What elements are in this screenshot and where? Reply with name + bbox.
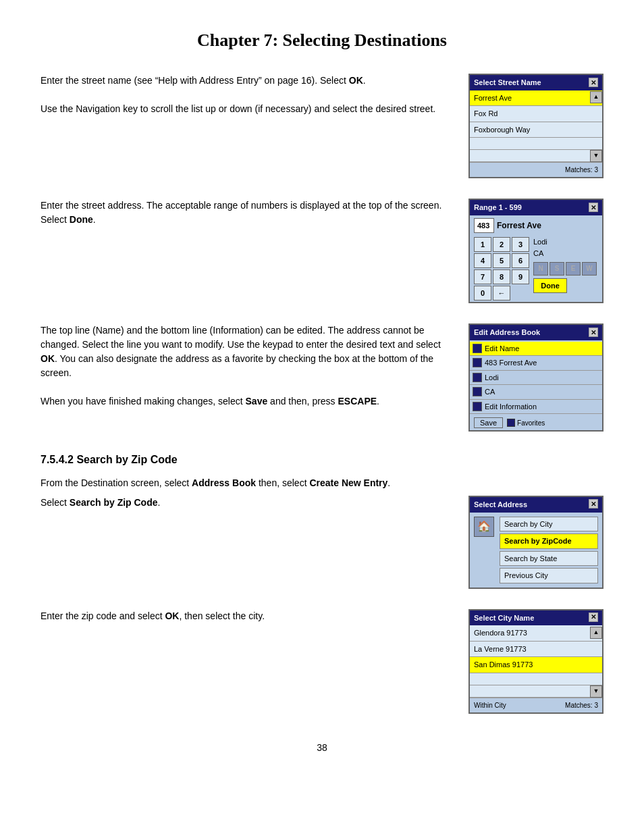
key-9[interactable]: 9 <box>512 269 529 284</box>
edit-info-icon <box>473 402 482 411</box>
key-5[interactable]: 5 <box>493 253 510 268</box>
key-S[interactable]: S <box>549 262 564 276</box>
city-scroll-down[interactable]: ▼ <box>590 685 602 698</box>
keypad-widget: Range 1 - 599 ✕ 483 Forrest Ave 1 2 3 4 … <box>468 199 603 303</box>
edit-row-name[interactable]: Edit Name <box>470 342 602 357</box>
edit-name-icon <box>473 344 482 353</box>
keypad-title: Range 1 - 599 <box>474 202 522 213</box>
select-street-name-widget: Select Street Name ✕ ▲ Forrest Ave Fox R… <box>468 74 603 178</box>
street-name-text2: Use the Navigation key to scroll the lis… <box>41 102 455 116</box>
edit-row-address[interactable]: 483 Forrest Ave <box>470 356 602 371</box>
street-item-empty1 <box>470 138 602 150</box>
select-addr-icon: 🏠 <box>474 517 494 537</box>
key-1[interactable]: 1 <box>474 237 491 252</box>
edit-close[interactable]: ✕ <box>589 328 598 337</box>
city-footer: Within City Matches: 3 <box>470 698 602 712</box>
widget1-title: Select Street Name <box>474 77 541 88</box>
street-address-text: Enter the street address. The acceptable… <box>41 199 455 227</box>
street-name-section: Enter the street name (see “Help with Ad… <box>41 74 455 178</box>
edit-row-name-label: Edit Name <box>485 343 519 355</box>
key-2[interactable]: 2 <box>493 237 510 252</box>
section-heading: 7.5.4.2 Search by Zip Code <box>41 452 603 468</box>
key-N[interactable]: N <box>533 262 548 276</box>
city-footer-left: Within City <box>474 700 506 710</box>
city-item-empty2 <box>470 685 602 698</box>
keypad-close[interactable]: ✕ <box>589 203 598 212</box>
scroll-up-btn[interactable]: ▲ <box>590 91 602 103</box>
city-close[interactable]: ✕ <box>589 613 598 622</box>
zip-enter-section: Enter the zip code and select OK, then s… <box>41 609 455 714</box>
zip-select-text: Select Search by Zip Code. <box>41 496 455 510</box>
edit-row-state-label: CA <box>485 386 495 398</box>
city-scroll-up[interactable]: ▲ <box>590 627 602 639</box>
keypad-street: Forrest Ave <box>497 219 541 232</box>
city-item-2[interactable]: La Verne 91773 <box>470 642 602 658</box>
edit-address-text2: When you have finished making changes, s… <box>41 394 455 409</box>
city-item-1[interactable]: Glendora 91773 <box>470 625 602 642</box>
edit-row-city-label: Lodi <box>485 372 499 384</box>
done-button[interactable]: Done <box>533 278 567 293</box>
scroll-down-btn[interactable]: ▼ <box>590 150 602 162</box>
edit-row-info[interactable]: Edit Information <box>470 400 602 415</box>
edit-row-city[interactable]: Lodi <box>470 371 602 386</box>
addr-option-prev-city[interactable]: Previous City <box>500 568 598 583</box>
edit-address-text1: The top line (Name) and the bottom line … <box>41 323 455 380</box>
keypad-number: 483 <box>474 218 494 234</box>
widget1-close[interactable]: ✕ <box>589 78 598 87</box>
favorites-label: Favorites <box>517 418 545 428</box>
edit-address-section: The top line (Name) and the bottom line … <box>41 323 455 432</box>
keypad-state: CA <box>533 249 543 257</box>
select-city-widget: Select City Name ✕ ▲ Glendora 91773 La V… <box>468 609 603 714</box>
addr-option-city[interactable]: Search by City <box>500 517 598 532</box>
edit-widget-title: Edit Address Book <box>474 327 540 338</box>
city-item-empty1 <box>470 673 602 685</box>
key-8[interactable]: 8 <box>493 269 510 284</box>
city-widget-title: Select City Name <box>474 613 534 624</box>
city-footer-right: Matches: 3 <box>565 700 598 710</box>
zip-select-section: Select Search by Zip Code. <box>41 496 455 589</box>
edit-address-widget: Edit Address Book ✕ Edit Name 483 Forres… <box>468 323 603 432</box>
edit-row-info-label: Edit Information <box>485 401 537 413</box>
street-item-3[interactable]: Foxborough Way <box>470 122 602 138</box>
street-item-empty2 <box>470 150 602 162</box>
edit-state-icon <box>473 387 482 396</box>
key-back[interactable]: ← <box>493 286 510 301</box>
key-W[interactable]: W <box>582 262 597 276</box>
city-list: Glendora 91773 La Verne 91773 San Dimas … <box>470 625 602 698</box>
page-number: 38 <box>41 741 603 755</box>
key-E[interactable]: E <box>566 262 581 276</box>
street-name-text1: Enter the street name (see “Help with Ad… <box>41 74 455 88</box>
street-list: Forrest Ave Fox Rd Foxborough Way <box>470 90 602 163</box>
select-address-widget: Select Address ✕ 🏠 Search by City Search… <box>468 496 603 589</box>
key-0[interactable]: 0 <box>474 286 491 301</box>
street-address-section: Enter the street address. The acceptable… <box>41 199 455 303</box>
zip-enter-text: Enter the zip code and select OK, then s… <box>41 609 455 623</box>
zip-intro-text: From the Destination screen, select Addr… <box>41 476 603 490</box>
key-6[interactable]: 6 <box>512 253 529 268</box>
addr-options: Search by City Search by ZipCode Search … <box>500 517 598 583</box>
addr-option-state[interactable]: Search by State <box>500 551 598 567</box>
street-item-2[interactable]: Fox Rd <box>470 106 602 122</box>
addr-option-zip[interactable]: Search by ZipCode <box>500 533 598 549</box>
save-button[interactable]: Save <box>474 417 503 428</box>
keypad-city: Lodi <box>533 238 547 246</box>
key-3[interactable]: 3 <box>512 237 529 252</box>
edit-address-icon <box>473 358 482 367</box>
city-item-3[interactable]: San Dimas 91773 <box>470 657 602 673</box>
edit-row-state[interactable]: CA <box>470 385 602 400</box>
select-addr-close[interactable]: ✕ <box>589 499 598 509</box>
key-7[interactable]: 7 <box>474 269 491 284</box>
street-item-1[interactable]: Forrest Ave <box>470 90 602 107</box>
favorites-option: Favorites <box>507 418 545 428</box>
page-title: Chapter 7: Selecting Destinations <box>41 27 603 53</box>
edit-row-address-label: 483 Forrest Ave <box>485 357 537 369</box>
edit-city-icon <box>473 373 482 382</box>
key-4[interactable]: 4 <box>474 253 491 268</box>
select-addr-title: Select Address <box>474 499 527 511</box>
widget1-footer: Matches: 3 <box>470 162 602 177</box>
favorites-checkbox[interactable] <box>507 419 515 427</box>
